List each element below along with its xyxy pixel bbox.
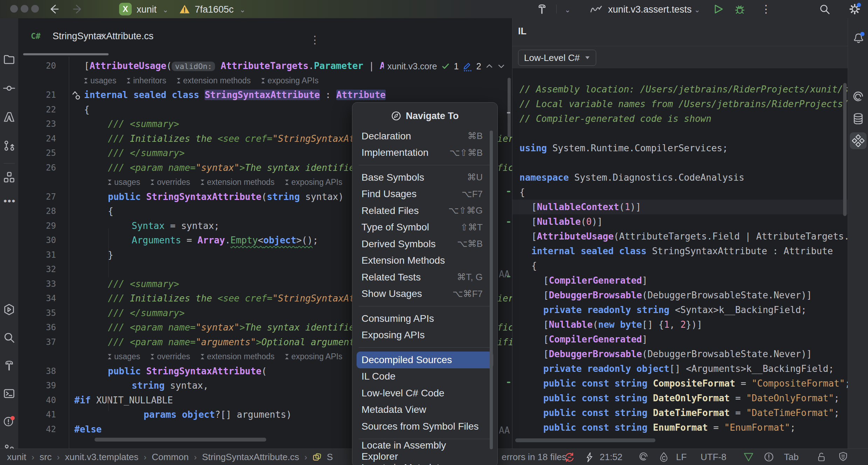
- code-lens-item-exposing-apis[interactable]: exposing APIs: [285, 178, 343, 187]
- project-selector[interactable]: xunit: [137, 4, 157, 15]
- line-number[interactable]: 24: [31, 131, 56, 146]
- line-number[interactable]: 42: [31, 422, 56, 437]
- prev-problem-icon[interactable]: [485, 62, 493, 70]
- project-icon[interactable]: X: [119, 3, 132, 15]
- indent-widget[interactable]: Tab: [784, 452, 799, 463]
- line-number[interactable]: 21: [31, 88, 56, 102]
- code-lens-item-overrides[interactable]: overrides: [151, 352, 190, 361]
- window-close-button[interactable]: [10, 5, 18, 13]
- code-lens-item-extension-methods[interactable]: extension methods: [177, 76, 251, 85]
- popup-scrollbar[interactable]: [490, 131, 493, 449]
- il-code-line[interactable]: private readonly object[] <Arguments>k__…: [512, 361, 848, 376]
- line-number[interactable]: 32: [31, 262, 56, 277]
- settings-gear-icon[interactable]: [848, 3, 861, 15]
- breadcrumb-item-src[interactable]: src: [40, 452, 52, 463]
- il-code-line[interactable]: public const string EnumFormat = "EnumFo…: [512, 420, 848, 435]
- forward-icon[interactable]: [72, 3, 84, 15]
- unit-tests-icon[interactable]: [3, 303, 15, 316]
- inspection-widget[interactable]: xunit.v3.core 1 2 ⋮: [384, 59, 512, 74]
- il-code-line[interactable]: [CompilerGenerated]: [512, 332, 848, 347]
- il-code-line[interactable]: public const string DateTimeFormat = "Da…: [512, 405, 848, 420]
- line-number[interactable]: 40: [31, 393, 56, 408]
- il-code-line[interactable]: public const string DateOnlyFormat = "Da…: [512, 391, 848, 405]
- line-number[interactable]: 35: [31, 306, 56, 320]
- menu-item-metadata-view[interactable]: Metadata View: [352, 402, 497, 418]
- menu-item-extension-methods[interactable]: Extension Methods: [352, 252, 497, 269]
- il-code-line[interactable]: {: [512, 258, 848, 273]
- build-tool-icon[interactable]: [3, 359, 15, 372]
- il-code-line[interactable]: [Nullable(new byte[] {1, 2})]: [512, 317, 848, 332]
- back-icon[interactable]: [48, 3, 60, 15]
- menu-item-low-level-c-code[interactable]: Low-level C# Code: [352, 385, 497, 402]
- il-horizontal-scrollbar[interactable]: [515, 438, 655, 442]
- line-number[interactable]: 34: [31, 291, 56, 306]
- search-tool-icon[interactable]: [3, 331, 15, 344]
- code-lens[interactable]: usagesoverridesextension methodsexposing…: [108, 175, 353, 189]
- il-code-line[interactable]: [512, 155, 848, 170]
- database-icon[interactable]: [852, 112, 864, 125]
- il-code-line[interactable]: public const string CompositeFormat = "C…: [512, 376, 848, 391]
- line-number[interactable]: 33: [31, 277, 56, 291]
- errors-summary[interactable]: errors in 18 files: [502, 452, 566, 463]
- menu-item-related-files[interactable]: Related Files⌥⇧⌘G: [352, 202, 497, 219]
- menu-item-derived-symbols[interactable]: Derived Symbols⌥⌘B: [352, 236, 497, 252]
- line-number[interactable]: 28: [31, 204, 56, 218]
- menu-item-implementation[interactable]: Implementation⌥⇧⌘B: [352, 145, 497, 161]
- il-viewer-tool-button[interactable]: [850, 132, 867, 149]
- menu-item-decompiled-sources[interactable]: Decompiled Sources: [357, 352, 493, 368]
- azure-icon[interactable]: [3, 111, 15, 123]
- build-icon[interactable]: [536, 3, 548, 15]
- more-tool-windows-icon[interactable]: •••: [4, 195, 16, 207]
- commit-icon[interactable]: [3, 82, 15, 95]
- menu-item-il-code[interactable]: IL Code: [352, 368, 497, 385]
- code-lens-item-inheritors[interactable]: inheritors: [127, 76, 166, 85]
- search-everywhere-icon[interactable]: [819, 4, 830, 15]
- breadcrumb-item-common[interactable]: Common: [152, 452, 188, 463]
- menu-item-type-of-symbol[interactable]: Type of Symbol⇧⌘T: [352, 219, 497, 236]
- editor-vertical-scrollbar[interactable]: [508, 78, 511, 137]
- debug-button[interactable]: [734, 4, 745, 15]
- menu-item-locate-in-assembly-explorer[interactable]: Locate in Assembly Explorer: [352, 443, 497, 460]
- breadcrumbs[interactable]: xunit›src›xunit.v3.templates›Common›Stri…: [7, 449, 333, 465]
- il-code-line[interactable]: [DebuggerBrowsable(DebuggerBrowsableStat…: [512, 288, 848, 303]
- code-lens[interactable]: usagesinheritorsextension methodsexposin…: [84, 73, 329, 88]
- code-lens-row[interactable]: usagesinheritorsextension methodsexposin…: [18, 73, 512, 88]
- pull-requests-icon[interactable]: [3, 139, 15, 152]
- il-code-line[interactable]: [512, 126, 848, 141]
- code-lens-item-overrides[interactable]: overrides: [151, 178, 190, 187]
- il-code-line[interactable]: // Assembly location: /Users/jetbrains/R…: [512, 82, 848, 97]
- run-widget-chevron-icon[interactable]: ⌄: [565, 6, 571, 14]
- terminal-icon[interactable]: [3, 387, 15, 400]
- il-code-line[interactable]: [Nullable(0)]: [512, 214, 848, 229]
- widget-more-icon[interactable]: ⋮: [509, 61, 512, 72]
- line-number[interactable]: 20: [31, 58, 56, 73]
- il-code-line[interactable]: // Local variable names from /Users/jetb…: [512, 97, 848, 111]
- next-problem-icon[interactable]: [497, 62, 505, 70]
- il-code-line[interactable]: namespace System.Diagnostics.CodeAnalysi…: [512, 170, 848, 185]
- il-code-line[interactable]: private readonly string <Syntax>k__Backi…: [512, 303, 848, 317]
- ai-assistant-icon[interactable]: [852, 91, 864, 103]
- inheritance-gutter-icon[interactable]: [71, 90, 81, 100]
- menu-item-exposing-apis[interactable]: Exposing APIs: [352, 327, 497, 344]
- shield-icon[interactable]: [838, 451, 848, 463]
- line-separator-widget[interactable]: LF: [676, 452, 687, 463]
- line-number[interactable]: 37: [31, 335, 56, 349]
- il-code-line[interactable]: [CompilerGenerated]: [512, 273, 848, 288]
- line-number[interactable]: 30: [31, 233, 56, 248]
- menu-item-consuming-apis[interactable]: Consuming APIs: [352, 310, 497, 327]
- line-number[interactable]: 22: [31, 102, 56, 117]
- line-number[interactable]: 41: [31, 407, 56, 422]
- line-number[interactable]: 25: [31, 146, 56, 160]
- structure-icon[interactable]: [3, 171, 15, 183]
- run-button[interactable]: [713, 4, 724, 14]
- breadcrumb-item-s[interactable]: S: [327, 452, 333, 463]
- line-number[interactable]: 31: [31, 248, 56, 262]
- highlighting-level-icon[interactable]: [584, 452, 595, 463]
- line-number[interactable]: 36: [31, 320, 56, 335]
- window-zoom-button[interactable]: [31, 5, 39, 13]
- window-minimize-button[interactable]: [21, 5, 28, 13]
- menu-item-declaration[interactable]: Declaration⌘B: [352, 128, 497, 145]
- branch-selector[interactable]: 7fa1605c: [195, 4, 234, 15]
- line-number[interactable]: 26: [31, 160, 56, 175]
- code-lens-item-exposing-apis[interactable]: exposing APIs: [261, 76, 319, 85]
